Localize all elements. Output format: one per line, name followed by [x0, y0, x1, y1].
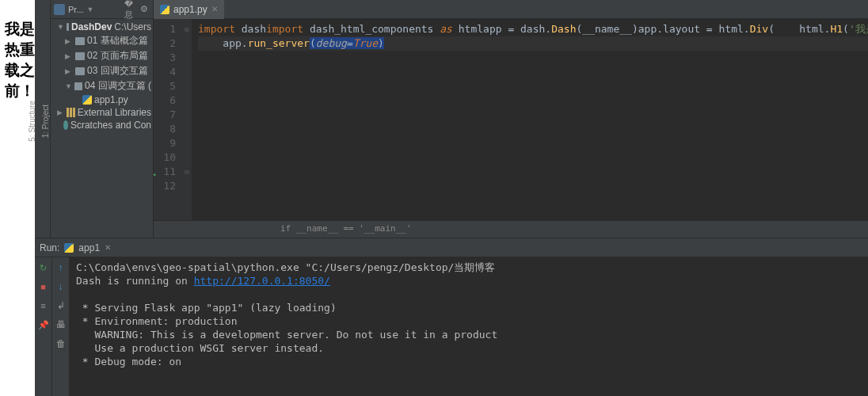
run-body: ↻■≡📌 ↑↓↲🖶🗑 C:\Conda\envs\geo-spatial\pyt… [35, 257, 868, 396]
python-file-icon [64, 243, 74, 253]
tree-folder[interactable]: 01 基础概念篇 [51, 33, 153, 48]
fold-marker[interactable] [182, 36, 192, 51]
line-number: 6 [154, 93, 176, 108]
project-tree: DashDev C:\Users 01 基础概念篇 02 页面布局篇 03 回调… [51, 19, 153, 238]
down-button[interactable]: ↓ [59, 281, 63, 292]
tree-folder[interactable]: 03 回调交互篇 [51, 63, 153, 78]
tree-root[interactable]: DashDev C:\Users [51, 21, 153, 33]
line-number: 4 [154, 65, 176, 79]
editor: app1.py ✕ 12345678910▶1112 ⊟⊟ import das… [154, 0, 868, 238]
scratch-icon [63, 120, 68, 130]
code-area[interactable]: 12345678910▶1112 ⊟⊟ import dashimport da… [154, 19, 868, 220]
console-output[interactable]: C:\Conda\envs\geo-spatial\python.exe "C:… [70, 257, 868, 396]
fold-marker[interactable] [182, 179, 192, 193]
folder-icon [75, 67, 85, 75]
tree-external-libs[interactable]: External Libraries [51, 106, 153, 119]
fold-marker[interactable]: ⊟ [182, 165, 192, 179]
up-button[interactable]: ↑ [59, 262, 63, 273]
page-heading: 我是热重载之前！ [5, 19, 35, 101]
tool-structure-tab[interactable]: 5: Structure [28, 101, 36, 142]
tree-folder-name: 01 基础概念篇 [87, 34, 148, 48]
chevron-right-icon[interactable] [57, 109, 64, 116]
run-panel: Run: app1 ✕ ↻■≡📌 ↑↓↲🖶🗑 C:\Conda\envs\geo… [35, 238, 868, 396]
fold-marker[interactable]: ⊟ [182, 22, 192, 36]
rerun-button[interactable]: ↻ [38, 262, 49, 273]
run-toolbar-left: ↻■≡📌 [35, 257, 52, 396]
trash-button[interactable]: 🗑 [56, 338, 66, 349]
run-label: Run: [40, 242, 59, 253]
fold-marker[interactable] [182, 93, 192, 108]
pin-button[interactable]: 📌 [38, 319, 49, 330]
collapse-icon[interactable]: �息 [124, 4, 135, 15]
folder-icon [75, 52, 85, 60]
tree-file-name: app1.py [94, 94, 128, 105]
ide-window: 1: Project 5: Structure Pr... ▼ �息 ⚙ Das… [35, 0, 868, 396]
chevron-icon[interactable] [65, 37, 73, 45]
editor-tabs: app1.py ✕ [154, 0, 868, 19]
project-icon [54, 4, 65, 15]
tool-project-tab[interactable]: 1: Project [41, 105, 50, 138]
folder-icon [74, 82, 82, 90]
tool-strip-left: 1: Project 5: Structure [35, 0, 51, 238]
stop-button[interactable]: ■ [38, 281, 49, 292]
line-number: 2 [154, 36, 176, 51]
chevron-icon[interactable] [65, 82, 72, 90]
ide-top: 1: Project 5: Structure Pr... ▼ �息 ⚙ Das… [35, 0, 868, 238]
tree-external-label: External Libraries [78, 107, 151, 118]
tree-folder-name: 03 回调交互篇 [87, 64, 148, 78]
code-line: import dash [198, 23, 266, 35]
close-icon[interactable]: ✕ [211, 5, 218, 13]
run-panel-header: Run: app1 ✕ [35, 238, 868, 257]
chevron-down-icon[interactable]: ▼ [87, 6, 94, 13]
folder-icon [67, 23, 69, 31]
folder-icon [75, 37, 85, 45]
layout-button[interactable]: ≡ [38, 300, 49, 311]
fold-marker[interactable] [182, 79, 192, 93]
python-file-icon [160, 5, 169, 14]
fold-marker[interactable] [182, 65, 192, 79]
gear-icon[interactable]: ⚙ [139, 4, 150, 15]
project-panel: Pr... ▼ �息 ⚙ DashDev C:\Users 01 基础概念篇 [51, 0, 154, 238]
fold-marker[interactable] [182, 108, 192, 122]
library-icon [67, 108, 75, 117]
line-number: ▶11 [154, 165, 176, 179]
line-number: 5 [154, 79, 176, 93]
fold-marker[interactable] [182, 51, 192, 65]
line-number: 10 [154, 150, 176, 165]
close-icon[interactable]: ✕ [105, 243, 111, 252]
tree-file[interactable]: app1.py [51, 93, 153, 106]
tree-folder-name: 02 页面布局篇 [87, 49, 148, 63]
line-number: 3 [154, 51, 176, 65]
tree-folder-name: 04 回调交互篇 ( [85, 79, 151, 93]
chevron-down-icon[interactable] [57, 23, 64, 31]
fold-marker[interactable] [182, 150, 192, 165]
wrap-button[interactable]: ↲ [57, 300, 65, 311]
line-number: 1 [154, 22, 176, 36]
fold-marker[interactable] [182, 136, 192, 150]
editor-tab[interactable]: app1.py ✕ [154, 0, 224, 19]
fold-marker[interactable] [182, 122, 192, 136]
code-line: app.layout = html.Div( [638, 23, 775, 35]
print-button[interactable]: 🖶 [56, 319, 66, 330]
tree-folder[interactable]: 02 页面布局篇 [51, 48, 153, 63]
editor-tab-label: app1.py [173, 4, 207, 15]
tree-folder[interactable]: 04 回调交互篇 ( [51, 78, 153, 93]
code-text[interactable]: import dashimport dash_html_components a… [192, 19, 868, 220]
line-number: 9 [154, 136, 176, 150]
code-line: app.run_server(debug=True) [198, 36, 868, 51]
breadcrumb[interactable]: if __name__ == '__main__' [154, 220, 868, 238]
line-number: 7 [154, 108, 176, 122]
python-file-icon [82, 95, 92, 105]
fold-column: ⊟⊟ [182, 19, 192, 220]
code-line: app = dash.Dash(__name__) [483, 23, 638, 35]
line-number: 8 [154, 122, 176, 136]
chevron-icon[interactable] [65, 52, 73, 60]
tree-scratches-label: Scratches and Con [70, 120, 151, 131]
chevron-icon[interactable] [65, 67, 73, 75]
project-panel-header: Pr... ▼ �息 ⚙ [51, 0, 153, 19]
tree-root-path: C:\Users [114, 21, 151, 32]
browser-viewport: 我是热重载之前！ [0, 0, 35, 396]
tree-root-name: DashDev [71, 21, 112, 32]
tree-scratches[interactable]: Scratches and Con [51, 119, 153, 131]
run-toolbar-right: ↑↓↲🖶🗑 [52, 257, 70, 396]
